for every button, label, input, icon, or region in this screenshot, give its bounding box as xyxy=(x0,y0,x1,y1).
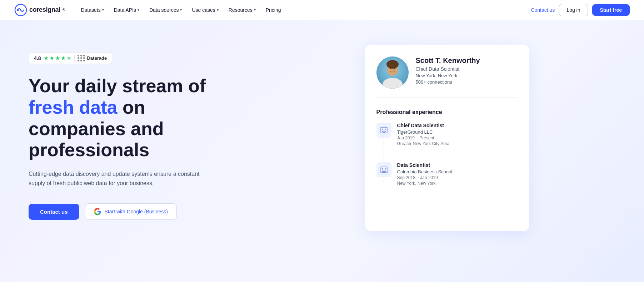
star-4: ★ xyxy=(61,55,66,61)
google-business-button[interactable]: Start with Google (Business) xyxy=(85,203,177,220)
rating-number: 4.8 xyxy=(34,55,41,61)
logo-reg: ® xyxy=(63,8,65,12)
hero-right: Scott T. Kenworthy Chief Data Scientist … xyxy=(264,41,630,231)
exp-company-1: TigerGround LLC xyxy=(397,129,518,135)
building-icon-2 xyxy=(380,165,388,174)
svg-rect-14 xyxy=(383,132,385,133)
login-button[interactable]: Log in xyxy=(559,4,588,16)
navbar: coresignal® Datasets ▾ Data APIs ▾ Data … xyxy=(0,0,644,20)
star-3: ★ xyxy=(55,55,60,61)
experience-divider xyxy=(376,155,518,155)
svg-rect-17 xyxy=(382,168,383,169)
nav-contact-link[interactable]: Contact us xyxy=(531,7,555,13)
hero-title: Your daily stream of fresh data on compa… xyxy=(29,75,243,161)
datarade-badge: Datarade xyxy=(74,55,107,61)
star-1: ★ xyxy=(44,55,49,61)
experience-item-2: Data Scientist Columbia Business School … xyxy=(376,162,518,186)
profile-name: Scott T. Kenworthy xyxy=(416,56,518,65)
profile-location: New York, New York xyxy=(416,73,518,78)
chevron-down-icon: ▾ xyxy=(254,8,256,12)
experience-title: Professional experience xyxy=(376,109,518,115)
nav-links: Datasets ▾ Data APIs ▾ Data sources ▾ Us… xyxy=(76,4,528,16)
svg-rect-20 xyxy=(385,170,386,172)
profile-info: Scott T. Kenworthy Chief Data Scientist … xyxy=(416,56,518,85)
datarade-label: Datarade xyxy=(87,55,107,61)
avatar xyxy=(376,56,409,89)
svg-rect-12 xyxy=(382,131,383,132)
svg-rect-18 xyxy=(385,168,386,169)
profile-card: Scott T. Kenworthy Chief Data Scientist … xyxy=(365,45,529,231)
experience-details-1: Chief Data Scientist TigerGround LLC Jan… xyxy=(397,123,518,146)
svg-rect-10 xyxy=(382,129,383,130)
contact-us-button[interactable]: Contact us xyxy=(29,204,79,220)
chevron-down-icon: ▾ xyxy=(138,8,139,12)
chevron-down-icon: ▾ xyxy=(217,8,219,12)
profile-header: Scott T. Kenworthy Chief Data Scientist … xyxy=(376,56,518,98)
datarade-icon xyxy=(78,55,85,61)
hero-section: 4.8 ★ ★ ★ ★ ★ Datarade Your daily stream… xyxy=(0,20,644,282)
exp-company-2: Columbia Business School xyxy=(397,169,518,174)
hero-subtitle: Cutting-edge data discovery and update s… xyxy=(29,169,214,188)
experience-item-1: Chief Data Scientist TigerGround LLC Jan… xyxy=(376,123,518,146)
nav-item-datasets[interactable]: Datasets ▾ xyxy=(76,4,108,16)
svg-rect-13 xyxy=(385,131,386,132)
avatar-image xyxy=(376,56,409,89)
svg-point-1 xyxy=(17,9,19,11)
svg-point-5 xyxy=(386,60,399,69)
rating-badge: 4.8 ★ ★ ★ ★ ★ Datarade xyxy=(29,52,112,64)
experience-details-2: Data Scientist Columbia Business School … xyxy=(397,162,518,186)
exp-role-1: Chief Data Scientist xyxy=(397,123,518,128)
logo-icon xyxy=(14,4,27,16)
svg-point-8 xyxy=(394,68,395,69)
hero-buttons: Contact us Start with Google (Business) xyxy=(29,203,243,220)
nav-item-resources[interactable]: Resources ▾ xyxy=(224,4,260,16)
google-icon xyxy=(94,208,101,215)
nav-item-use-cases[interactable]: Use cases ▾ xyxy=(188,4,223,16)
profile-job-title: Chief Data Scientist xyxy=(416,66,518,72)
hero-left: 4.8 ★ ★ ★ ★ ★ Datarade Your daily stream… xyxy=(29,41,243,220)
svg-rect-21 xyxy=(383,171,385,173)
experience-section: Professional experience xyxy=(376,109,518,186)
exp-dates-1: Jan 2019 – Present xyxy=(397,135,518,140)
svg-point-7 xyxy=(390,68,391,69)
building-icon xyxy=(380,126,388,134)
svg-rect-11 xyxy=(385,129,386,130)
star-rating: ★ ★ ★ ★ ★ xyxy=(44,55,71,61)
nav-item-data-apis[interactable]: Data APIs ▾ xyxy=(110,4,144,16)
svg-rect-19 xyxy=(382,170,383,172)
exp-location-1: Greater New York City Area xyxy=(397,141,518,146)
nav-right: Contact us Log in Start free xyxy=(531,4,630,16)
nav-item-pricing[interactable]: Pricing xyxy=(261,4,285,16)
company-icon-2 xyxy=(376,162,391,177)
exp-role-2: Data Scientist xyxy=(397,162,518,168)
exp-location-2: New York, New York xyxy=(397,181,518,186)
logo[interactable]: coresignal® xyxy=(14,4,65,16)
star-2: ★ xyxy=(49,55,54,61)
chevron-down-icon: ▾ xyxy=(102,8,104,12)
chevron-down-icon: ▾ xyxy=(180,8,182,12)
profile-connections: 500+ connections xyxy=(416,79,518,85)
star-5-half: ★ xyxy=(66,55,71,61)
start-free-button[interactable]: Start free xyxy=(592,4,630,16)
exp-dates-2: Sep 2018 – Jan 2019 xyxy=(397,175,518,180)
nav-item-data-sources[interactable]: Data sources ▾ xyxy=(145,4,186,16)
company-icon-1 xyxy=(376,123,391,138)
logo-text: coresignal xyxy=(29,6,60,14)
